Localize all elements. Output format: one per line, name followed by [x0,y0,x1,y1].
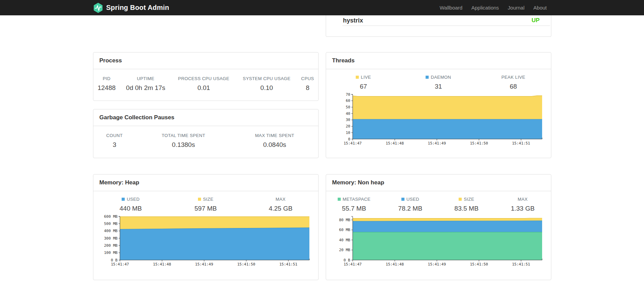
nav-links: Wallboard Applications Journal About [435,0,551,15]
metric-value: 0.0840s [231,141,318,149]
svg-text:15:41:50: 15:41:50 [470,141,488,146]
svg-text:40: 40 [346,111,350,116]
svg-text:200 MB: 200 MB [104,243,118,248]
navbar-container: Spring Boot Admin Wallboard Applications… [93,0,551,15]
threads-chart: 01020304050607015:41:4715:41:4815:41:491… [332,92,546,149]
svg-text:15:41:48: 15:41:48 [386,262,404,267]
svg-text:15:41:48: 15:41:48 [153,262,171,267]
panel-title: Threads [326,52,551,69]
svg-text:15:41:49: 15:41:49 [428,262,446,267]
panel-title: Memory: Heap [93,174,318,191]
memory-nonheap-chart: 0 B20 MB40 MB60 MB80 MB15:41:4715:41:481… [332,214,546,270]
svg-text:20: 20 [346,124,350,128]
svg-text:60: 60 [346,98,350,103]
legend-value: 78.2 MB [382,205,439,212]
svg-text:15:41:51: 15:41:51 [279,262,297,267]
legend-label: USED [93,197,168,205]
legend-label: PEAK LIVE [476,75,551,83]
metric-label: MAX TIME SPENT [231,133,318,141]
legend-value: 31 [401,83,476,90]
left-column: Process PID UPTIME PROCESS CPU USAGE SYS… [93,15,319,280]
svg-text:400 MB: 400 MB [104,229,118,233]
nav-item-about[interactable]: About [529,0,551,15]
brand[interactable]: Spring Boot Admin [93,3,169,13]
legend-value: 68 [476,83,551,90]
metric-value: 0.01 [171,84,236,92]
legend-value: 440 MB [93,205,168,212]
svg-text:15:41:49: 15:41:49 [428,141,446,146]
legend-value: 1.33 GB [495,205,551,212]
application-row[interactable]: hystrix UP [342,15,550,26]
metric-label: PROCESS CPU USAGE [171,76,236,84]
panel-title: Memory: Non heap [326,174,551,191]
legend-color-swatch [122,198,125,201]
legend-value: 597 MB [168,205,243,212]
metric-label: TOTAL TIME SPENT [136,133,231,141]
svg-text:15:41:47: 15:41:47 [111,262,129,267]
legend-label: USED [382,197,439,205]
memory-nonheap-panel: Memory: Non heap METASPACE USED SIZE MAX… [326,174,551,280]
svg-text:0: 0 [348,137,350,141]
svg-text:40 MB: 40 MB [339,238,350,242]
metric-value: 3 [93,141,136,149]
svg-text:15:41:51: 15:41:51 [512,262,530,267]
metric-label: COUNT [93,133,136,141]
svg-text:15:41:47: 15:41:47 [343,262,362,267]
right-column: hystrix UP Threads LIVE DAEMON PEAK LIVE… [326,15,551,280]
brand-label: Spring Boot Admin [106,4,169,12]
svg-text:70: 70 [346,92,350,97]
nav-item-wallboard[interactable]: Wallboard [435,0,467,15]
heap-legend: USED SIZE MAX 440 MB 597 MB 4.25 GB [93,197,318,212]
svg-text:0 B: 0 B [111,258,118,262]
svg-text:15:41:49: 15:41:49 [195,262,213,267]
process-panel: Process PID UPTIME PROCESS CPU USAGE SYS… [93,52,319,101]
memory-heap-chart: 0 B100 MB200 MB300 MB400 MB500 MB600 MB1… [99,214,313,270]
legend-label: SIZE [168,197,243,205]
legend-value: 4.25 GB [243,205,318,212]
panel-title: Garbage Collection Pauses [93,109,318,126]
svg-text:60 MB: 60 MB [339,228,350,232]
legend-label: DAEMON [401,75,476,83]
svg-text:100 MB: 100 MB [104,250,118,255]
svg-text:15:41:50: 15:41:50 [470,262,488,267]
legend-color-swatch [198,198,201,201]
metric-value: 12488 [93,84,120,92]
process-metrics-table: PID UPTIME PROCESS CPU USAGE SYSTEM CPU … [93,76,318,92]
metric-value: 0.10 [236,84,297,92]
legend-label: SIZE [439,197,495,205]
metric-value: 0d 0h 2m 17s [120,84,171,92]
status-badge: UP [532,17,540,24]
memory-heap-panel: Memory: Heap USED SIZE MAX 440 MB 597 MB… [93,174,319,280]
nav-item-applications[interactable]: Applications [467,0,503,15]
legend-label: MAX [495,197,551,205]
threads-panel: Threads LIVE DAEMON PEAK LIVE 67 31 68 0… [326,52,551,158]
nav-item-journal[interactable]: Journal [503,0,529,15]
gc-metrics-table: COUNT TOTAL TIME SPENT MAX TIME SPENT 3 … [93,133,318,149]
legend-color-swatch [426,76,429,79]
metric-label: CPUS [297,76,318,84]
metric-label: PID [93,76,120,84]
navbar: Spring Boot Admin Wallboard Applications… [0,0,644,15]
svg-text:15:41:50: 15:41:50 [237,262,255,267]
legend-color-swatch [338,198,341,201]
spring-boot-admin-logo [93,3,103,13]
svg-text:500 MB: 500 MB [104,222,118,226]
application-status-panel: hystrix UP [326,15,551,37]
legend-value: 83.5 MB [439,205,495,212]
metric-value: 8 [297,84,318,92]
legend-value: 55.7 MB [326,205,382,212]
legend-color-swatch [356,76,359,79]
svg-text:20 MB: 20 MB [339,248,350,252]
svg-text:300 MB: 300 MB [104,236,118,241]
svg-text:50: 50 [346,105,350,109]
metric-value: 0.1380s [136,141,231,149]
gc-pauses-panel: Garbage Collection Pauses COUNT TOTAL TI… [93,109,319,158]
svg-text:15:41:51: 15:41:51 [512,141,530,146]
legend-label: MAX [243,197,318,205]
metric-label: SYSTEM CPU USAGE [236,76,297,84]
svg-text:10: 10 [346,131,350,135]
legend-color-swatch [459,198,462,201]
legend-value: 67 [326,83,401,90]
svg-text:15:41:47: 15:41:47 [343,141,362,146]
nonheap-legend: METASPACE USED SIZE MAX 55.7 MB 78.2 MB … [326,197,551,212]
